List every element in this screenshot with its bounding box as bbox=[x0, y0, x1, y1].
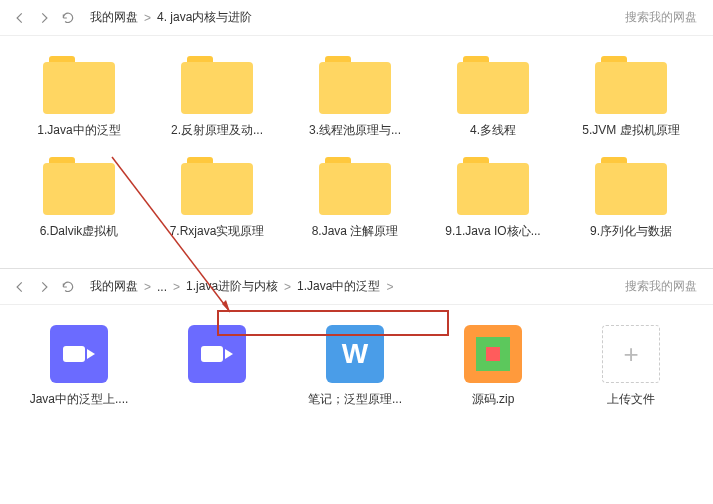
folder-icon bbox=[457, 157, 529, 215]
file-item[interactable] bbox=[148, 325, 286, 408]
chevron-right-icon: > bbox=[284, 280, 291, 294]
folder-item[interactable]: 9.1.Java IO核心... bbox=[424, 157, 562, 240]
folder-icon bbox=[43, 157, 115, 215]
folder-label: 5.JVM 虚拟机原理 bbox=[562, 122, 700, 139]
folder-label: 9.1.Java IO核心... bbox=[424, 223, 562, 240]
folder-icon bbox=[319, 56, 391, 114]
folder-item[interactable]: 1.Java中的泛型 bbox=[10, 56, 148, 139]
refresh-button[interactable] bbox=[56, 6, 80, 30]
top-toolbar: 我的网盘 > 4. java内核与进阶 搜索我的网盘 bbox=[0, 0, 713, 36]
word-icon: W bbox=[326, 325, 384, 383]
folder-icon bbox=[595, 56, 667, 114]
folder-item[interactable]: 2.反射原理及动... bbox=[148, 56, 286, 139]
file-item[interactable]: W笔记；泛型原理... bbox=[286, 325, 424, 408]
folder-item[interactable]: 8.Java 注解原理 bbox=[286, 157, 424, 240]
folder-label: 4.多线程 bbox=[424, 122, 562, 139]
breadcrumb-mid[interactable]: 1.java进阶与内核 bbox=[186, 278, 278, 295]
breadcrumb-root[interactable]: 我的网盘 bbox=[90, 278, 138, 295]
folder-item[interactable]: 5.JVM 虚拟机原理 bbox=[562, 56, 700, 139]
refresh-button[interactable] bbox=[56, 275, 80, 299]
chevron-right-icon: > bbox=[173, 280, 180, 294]
forward-button[interactable] bbox=[32, 275, 56, 299]
folder-grid: 1.Java中的泛型 2.反射原理及动... 3.线程池原理与... 4.多线程… bbox=[0, 36, 713, 268]
file-label: 笔记；泛型原理... bbox=[286, 391, 424, 408]
folder-label: 2.反射原理及动... bbox=[148, 122, 286, 139]
folder-icon bbox=[43, 56, 115, 114]
folder-icon bbox=[319, 157, 391, 215]
video-icon bbox=[50, 325, 108, 383]
file-label: 上传文件 bbox=[562, 391, 700, 408]
bottom-toolbar: 我的网盘 > ... > 1.java进阶与内核 > 1.Java中的泛型 > … bbox=[0, 269, 713, 305]
breadcrumb: 我的网盘 > 4. java内核与进阶 bbox=[90, 9, 625, 26]
folder-item[interactable]: 3.线程池原理与... bbox=[286, 56, 424, 139]
folder-item[interactable]: 7.Rxjava实现原理 bbox=[148, 157, 286, 240]
folder-label: 9.序列化与数据 bbox=[562, 223, 700, 240]
folder-label: 6.Dalvik虚拟机 bbox=[10, 223, 148, 240]
breadcrumb-ellipsis[interactable]: ... bbox=[157, 280, 167, 294]
breadcrumb-root[interactable]: 我的网盘 bbox=[90, 9, 138, 26]
file-label: 源码.zip bbox=[424, 391, 562, 408]
breadcrumb-current[interactable]: 4. java内核与进阶 bbox=[157, 9, 252, 26]
file-grid: Java中的泛型上.... W笔记；泛型原理... 源码.zip +上传文件 bbox=[0, 305, 713, 436]
folder-item[interactable]: 6.Dalvik虚拟机 bbox=[10, 157, 148, 240]
search-input[interactable]: 搜索我的网盘 bbox=[625, 278, 705, 295]
folder-label: 7.Rxjava实现原理 bbox=[148, 223, 286, 240]
chevron-right-icon: > bbox=[144, 280, 151, 294]
file-label: Java中的泛型上.... bbox=[10, 391, 148, 408]
search-input[interactable]: 搜索我的网盘 bbox=[625, 9, 705, 26]
folder-icon bbox=[181, 157, 253, 215]
plus-icon: + bbox=[602, 325, 660, 383]
chevron-right-icon: > bbox=[386, 280, 393, 294]
file-item[interactable]: Java中的泛型上.... bbox=[10, 325, 148, 408]
folder-label: 3.线程池原理与... bbox=[286, 122, 424, 139]
video-icon bbox=[188, 325, 246, 383]
file-item[interactable]: 源码.zip bbox=[424, 325, 562, 408]
folder-item[interactable]: 4.多线程 bbox=[424, 56, 562, 139]
back-button[interactable] bbox=[8, 6, 32, 30]
forward-button[interactable] bbox=[32, 6, 56, 30]
bottom-panel: 我的网盘 > ... > 1.java进阶与内核 > 1.Java中的泛型 > … bbox=[0, 269, 713, 436]
back-button[interactable] bbox=[8, 275, 32, 299]
folder-icon bbox=[457, 56, 529, 114]
folder-label: 8.Java 注解原理 bbox=[286, 223, 424, 240]
folder-icon bbox=[181, 56, 253, 114]
chevron-right-icon: > bbox=[144, 11, 151, 25]
folder-item[interactable]: 9.序列化与数据 bbox=[562, 157, 700, 240]
upload-button[interactable]: +上传文件 bbox=[562, 325, 700, 408]
breadcrumb: 我的网盘 > ... > 1.java进阶与内核 > 1.Java中的泛型 > bbox=[90, 278, 625, 295]
folder-label: 1.Java中的泛型 bbox=[10, 122, 148, 139]
top-panel: 我的网盘 > 4. java内核与进阶 搜索我的网盘 1.Java中的泛型 2.… bbox=[0, 0, 713, 269]
zip-icon bbox=[464, 325, 522, 383]
breadcrumb-leaf[interactable]: 1.Java中的泛型 bbox=[297, 278, 380, 295]
folder-icon bbox=[595, 157, 667, 215]
